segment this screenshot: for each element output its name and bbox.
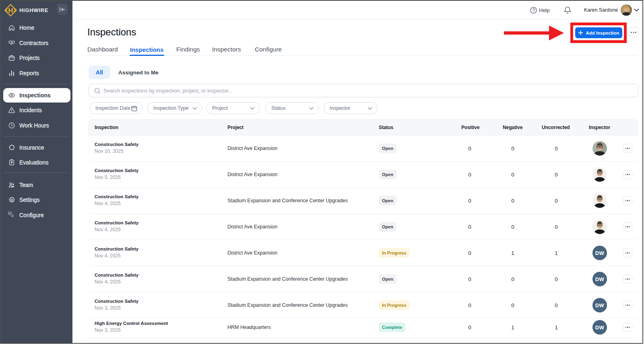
svg-text:H: H bbox=[8, 7, 13, 14]
